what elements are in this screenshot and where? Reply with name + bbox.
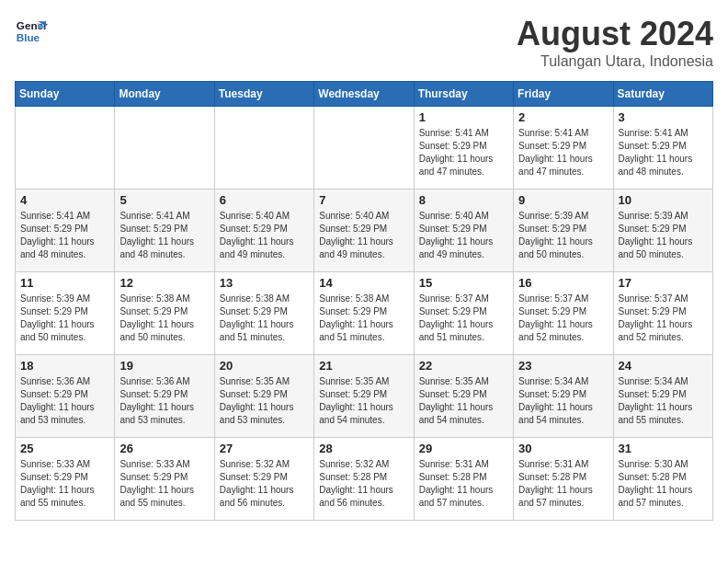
day-number: 5 — [119, 193, 209, 207]
calendar-cell: 7Sunrise: 5:40 AMSunset: 5:29 PMDaylight… — [314, 190, 414, 272]
calendar-cell: 19Sunrise: 5:36 AMSunset: 5:29 PMDayligh… — [115, 355, 214, 438]
weekday-header-saturday: Saturday — [613, 82, 712, 107]
calendar-week-row: 25Sunrise: 5:33 AMSunset: 5:29 PMDayligh… — [16, 438, 713, 521]
calendar-cell: 5Sunrise: 5:41 AMSunset: 5:29 PMDaylight… — [115, 190, 214, 272]
day-number: 4 — [20, 193, 109, 207]
calendar-cell: 17Sunrise: 5:37 AMSunset: 5:29 PMDayligh… — [613, 272, 712, 355]
calendar-cell: 6Sunrise: 5:40 AMSunset: 5:29 PMDaylight… — [214, 190, 313, 272]
page-header: General Blue August 2024 Tulangan Utara,… — [15, 15, 713, 70]
weekday-header-row: SundayMondayTuesdayWednesdayThursdayFrid… — [16, 82, 713, 107]
svg-text:General: General — [17, 19, 48, 31]
day-info: Sunrise: 5:39 AMSunset: 5:29 PMDaylight:… — [518, 210, 608, 261]
calendar-cell: 15Sunrise: 5:37 AMSunset: 5:29 PMDayligh… — [414, 272, 513, 355]
day-number: 28 — [319, 442, 408, 455]
weekday-header-friday: Friday — [514, 82, 613, 107]
day-number: 22 — [419, 359, 508, 373]
day-number: 12 — [119, 276, 209, 290]
day-info: Sunrise: 5:37 AMSunset: 5:29 PMDaylight:… — [619, 293, 708, 344]
day-number: 3 — [619, 110, 708, 124]
day-number: 23 — [518, 359, 608, 373]
calendar-cell: 9Sunrise: 5:39 AMSunset: 5:29 PMDaylight… — [514, 190, 613, 272]
day-number: 18 — [20, 359, 109, 373]
day-number: 6 — [220, 193, 309, 207]
day-info: Sunrise: 5:40 AMSunset: 5:29 PMDaylight:… — [319, 210, 408, 261]
calendar-cell — [16, 107, 115, 190]
day-info: Sunrise: 5:41 AMSunset: 5:29 PMDaylight:… — [518, 127, 608, 178]
calendar-cell: 11Sunrise: 5:39 AMSunset: 5:29 PMDayligh… — [16, 272, 115, 355]
day-info: Sunrise: 5:40 AMSunset: 5:29 PMDaylight:… — [220, 210, 309, 261]
day-number: 31 — [619, 442, 708, 455]
calendar-cell: 8Sunrise: 5:40 AMSunset: 5:29 PMDaylight… — [414, 190, 513, 272]
calendar-week-row: 1Sunrise: 5:41 AMSunset: 5:29 PMDaylight… — [16, 107, 713, 190]
calendar-cell: 18Sunrise: 5:36 AMSunset: 5:29 PMDayligh… — [16, 355, 115, 438]
weekday-header-sunday: Sunday — [16, 82, 115, 107]
day-number: 15 — [419, 276, 508, 290]
day-info: Sunrise: 5:37 AMSunset: 5:29 PMDaylight:… — [419, 293, 508, 344]
calendar-cell: 31Sunrise: 5:30 AMSunset: 5:28 PMDayligh… — [613, 438, 712, 521]
day-info: Sunrise: 5:31 AMSunset: 5:28 PMDaylight:… — [419, 458, 508, 510]
day-info: Sunrise: 5:41 AMSunset: 5:29 PMDaylight:… — [419, 127, 508, 178]
day-info: Sunrise: 5:39 AMSunset: 5:29 PMDaylight:… — [20, 293, 109, 344]
day-info: Sunrise: 5:36 AMSunset: 5:29 PMDaylight:… — [20, 375, 109, 427]
calendar-cell: 27Sunrise: 5:32 AMSunset: 5:29 PMDayligh… — [214, 438, 313, 521]
logo-icon: General Blue — [15, 15, 48, 48]
day-number: 14 — [319, 276, 408, 290]
calendar-cell: 4Sunrise: 5:41 AMSunset: 5:29 PMDaylight… — [16, 190, 115, 272]
day-info: Sunrise: 5:40 AMSunset: 5:29 PMDaylight:… — [419, 210, 508, 261]
day-number: 16 — [518, 276, 608, 290]
day-number: 30 — [518, 442, 608, 455]
day-info: Sunrise: 5:39 AMSunset: 5:29 PMDaylight:… — [619, 210, 708, 261]
day-info: Sunrise: 5:37 AMSunset: 5:29 PMDaylight:… — [518, 293, 608, 344]
logo: General Blue — [15, 15, 48, 48]
calendar-cell: 29Sunrise: 5:31 AMSunset: 5:28 PMDayligh… — [414, 438, 513, 521]
calendar-cell: 2Sunrise: 5:41 AMSunset: 5:29 PMDaylight… — [514, 107, 613, 190]
day-number: 8 — [419, 193, 508, 207]
day-number: 2 — [518, 110, 608, 124]
calendar-cell: 28Sunrise: 5:32 AMSunset: 5:28 PMDayligh… — [314, 438, 414, 521]
weekday-header-wednesday: Wednesday — [314, 82, 414, 107]
calendar-cell: 24Sunrise: 5:34 AMSunset: 5:29 PMDayligh… — [613, 355, 712, 438]
location-subtitle: Tulangan Utara, Indonesia — [517, 53, 713, 70]
day-info: Sunrise: 5:38 AMSunset: 5:29 PMDaylight:… — [119, 293, 209, 344]
day-info: Sunrise: 5:41 AMSunset: 5:29 PMDaylight:… — [619, 127, 708, 178]
day-info: Sunrise: 5:36 AMSunset: 5:29 PMDaylight:… — [119, 375, 209, 427]
day-number: 27 — [220, 442, 309, 455]
calendar-cell — [115, 107, 214, 190]
day-info: Sunrise: 5:35 AMSunset: 5:29 PMDaylight:… — [419, 375, 508, 427]
calendar-week-row: 11Sunrise: 5:39 AMSunset: 5:29 PMDayligh… — [16, 272, 713, 355]
calendar-cell: 16Sunrise: 5:37 AMSunset: 5:29 PMDayligh… — [514, 272, 613, 355]
calendar-cell: 20Sunrise: 5:35 AMSunset: 5:29 PMDayligh… — [214, 355, 313, 438]
calendar-cell: 30Sunrise: 5:31 AMSunset: 5:28 PMDayligh… — [514, 438, 613, 521]
month-year-title: August 2024 — [517, 15, 713, 53]
calendar-week-row: 18Sunrise: 5:36 AMSunset: 5:29 PMDayligh… — [16, 355, 713, 438]
title-block: August 2024 Tulangan Utara, Indonesia — [517, 15, 713, 70]
day-info: Sunrise: 5:34 AMSunset: 5:29 PMDaylight:… — [518, 375, 608, 427]
day-info: Sunrise: 5:38 AMSunset: 5:29 PMDaylight:… — [220, 293, 309, 344]
calendar-cell: 10Sunrise: 5:39 AMSunset: 5:29 PMDayligh… — [613, 190, 712, 272]
day-number: 25 — [20, 442, 109, 455]
day-number: 13 — [220, 276, 309, 290]
calendar-table: SundayMondayTuesdayWednesdayThursdayFrid… — [15, 81, 713, 521]
day-info: Sunrise: 5:32 AMSunset: 5:29 PMDaylight:… — [220, 458, 309, 510]
day-info: Sunrise: 5:33 AMSunset: 5:29 PMDaylight:… — [20, 458, 109, 510]
calendar-cell — [314, 107, 414, 190]
calendar-cell: 25Sunrise: 5:33 AMSunset: 5:29 PMDayligh… — [16, 438, 115, 521]
day-info: Sunrise: 5:33 AMSunset: 5:29 PMDaylight:… — [119, 458, 209, 510]
day-info: Sunrise: 5:41 AMSunset: 5:29 PMDaylight:… — [20, 210, 109, 261]
day-number: 11 — [20, 276, 109, 290]
day-info: Sunrise: 5:41 AMSunset: 5:29 PMDaylight:… — [119, 210, 209, 261]
calendar-cell: 23Sunrise: 5:34 AMSunset: 5:29 PMDayligh… — [514, 355, 613, 438]
weekday-header-monday: Monday — [115, 82, 214, 107]
day-number: 20 — [220, 359, 309, 373]
calendar-cell: 14Sunrise: 5:38 AMSunset: 5:29 PMDayligh… — [314, 272, 414, 355]
calendar-cell: 3Sunrise: 5:41 AMSunset: 5:29 PMDaylight… — [613, 107, 712, 190]
svg-text:Blue: Blue — [17, 31, 40, 43]
day-number: 24 — [619, 359, 708, 373]
day-number: 1 — [419, 110, 508, 124]
calendar-cell: 22Sunrise: 5:35 AMSunset: 5:29 PMDayligh… — [414, 355, 513, 438]
day-info: Sunrise: 5:35 AMSunset: 5:29 PMDaylight:… — [220, 375, 309, 427]
day-info: Sunrise: 5:34 AMSunset: 5:29 PMDaylight:… — [619, 375, 708, 427]
day-number: 9 — [518, 193, 608, 207]
day-number: 17 — [619, 276, 708, 290]
calendar-cell: 13Sunrise: 5:38 AMSunset: 5:29 PMDayligh… — [214, 272, 313, 355]
